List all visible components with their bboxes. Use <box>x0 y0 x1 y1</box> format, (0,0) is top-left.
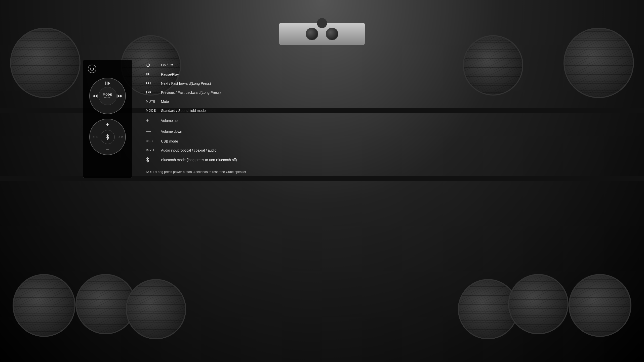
mode-label-icon: MODE <box>146 109 161 112</box>
vol-up-desc: Volume up <box>161 119 178 123</box>
device-knob-left <box>306 28 318 40</box>
svg-marker-3 <box>93 94 95 98</box>
info-row-mute: MUTE Mute <box>146 100 287 104</box>
svg-rect-14 <box>146 91 147 94</box>
info-row-vol-up: + Volume up <box>146 118 287 123</box>
speaker-left-far <box>10 28 80 98</box>
volume-up-button[interactable]: + <box>106 121 109 128</box>
mode-desc: Standard / Sound field mode <box>161 109 206 113</box>
svg-marker-15 <box>148 91 149 94</box>
svg-marker-5 <box>118 94 120 98</box>
svg-rect-0 <box>105 82 106 85</box>
info-note: NOTE:Long press power button 3 seconds t… <box>146 170 287 174</box>
svg-rect-13 <box>150 82 151 84</box>
speaker-bot-left-far <box>13 274 75 337</box>
next-desc: Next / Fast forward(Long Press) <box>161 81 211 85</box>
usb-desc: USB mode <box>161 139 178 143</box>
info-row-vol-dn: — Volume down <box>146 128 287 134</box>
bluetooth-button[interactable] <box>101 130 115 144</box>
next-icon <box>146 82 161 85</box>
info-panel: On / Off Pause/Play Next / Fast forward(… <box>146 63 287 174</box>
mode-button[interactable]: MODE MUTE <box>99 87 117 105</box>
vol-up-icon: + <box>146 118 161 123</box>
power-desc: On / Off <box>161 63 173 67</box>
svg-marker-2 <box>108 82 110 85</box>
svg-marker-16 <box>149 91 151 94</box>
mute-label-icon: MUTE <box>146 100 161 103</box>
usb-label-icon: USB <box>146 140 161 143</box>
pause-play-button[interactable] <box>105 81 110 85</box>
next-button[interactable] <box>117 94 123 98</box>
info-row-next: Next / Fast forward(Long Press) <box>146 81 287 85</box>
info-row-bt: Bluetooth mode (long press to turn Bluet… <box>146 157 287 162</box>
info-row-prev: Previous / Fast backward(Long Press) <box>146 90 287 95</box>
mute-label: MUTE <box>104 97 111 99</box>
audio-device-top <box>279 23 365 45</box>
info-row-mode: MODE Standard / Sound field mode <box>146 109 287 113</box>
speaker-right-far <box>564 28 634 98</box>
svg-rect-1 <box>107 82 107 85</box>
info-row-pause-play: Pause/Play <box>146 72 287 76</box>
mode-label: MODE <box>103 93 112 96</box>
prev-desc: Previous / Fast backward(Long Press) <box>161 90 221 95</box>
prev-button[interactable] <box>92 94 98 98</box>
vol-dn-icon: — <box>146 128 161 134</box>
power-icon <box>146 63 161 67</box>
svg-rect-9 <box>147 73 147 75</box>
info-row-power: On / Off <box>146 63 287 67</box>
speaker-center-right <box>463 35 523 96</box>
svg-marker-10 <box>148 73 150 75</box>
info-row-input: INPUT Audio input (optical / coaxial / a… <box>146 148 287 152</box>
speaker-bot-right-mid <box>508 274 569 334</box>
transport-dial: MODE MUTE <box>89 78 126 114</box>
volume-dial: + INPUT USB − <box>89 119 126 155</box>
input-desc: Audio input (optical / coaxial / audio) <box>161 148 218 152</box>
usb-button[interactable]: USB <box>118 135 123 138</box>
info-row-usb: USB USB mode <box>146 139 287 143</box>
mute-desc: Mute <box>161 100 169 104</box>
input-label-icon: INPUT <box>146 149 161 152</box>
pause-play-icon <box>146 73 161 76</box>
device-knob-right <box>326 28 338 40</box>
svg-marker-11 <box>146 82 148 84</box>
bt-icon <box>146 157 161 162</box>
volume-down-button[interactable]: − <box>106 146 109 153</box>
svg-marker-12 <box>148 82 150 84</box>
speaker-bot-right-far <box>569 274 631 337</box>
prev-icon <box>146 91 161 94</box>
vol-dn-desc: Volume down <box>161 129 182 133</box>
speaker-bot-center-left <box>126 279 186 339</box>
remote-control: MODE MUTE + INPUT USB − <box>83 60 132 178</box>
svg-marker-6 <box>120 94 122 98</box>
input-button[interactable]: INPUT <box>92 135 100 138</box>
svg-rect-8 <box>146 73 146 75</box>
bt-desc: Bluetooth mode (long press to turn Bluet… <box>161 158 237 162</box>
svg-marker-4 <box>95 94 97 98</box>
power-button[interactable] <box>88 65 96 73</box>
pause-play-desc: Pause/Play <box>161 72 179 76</box>
